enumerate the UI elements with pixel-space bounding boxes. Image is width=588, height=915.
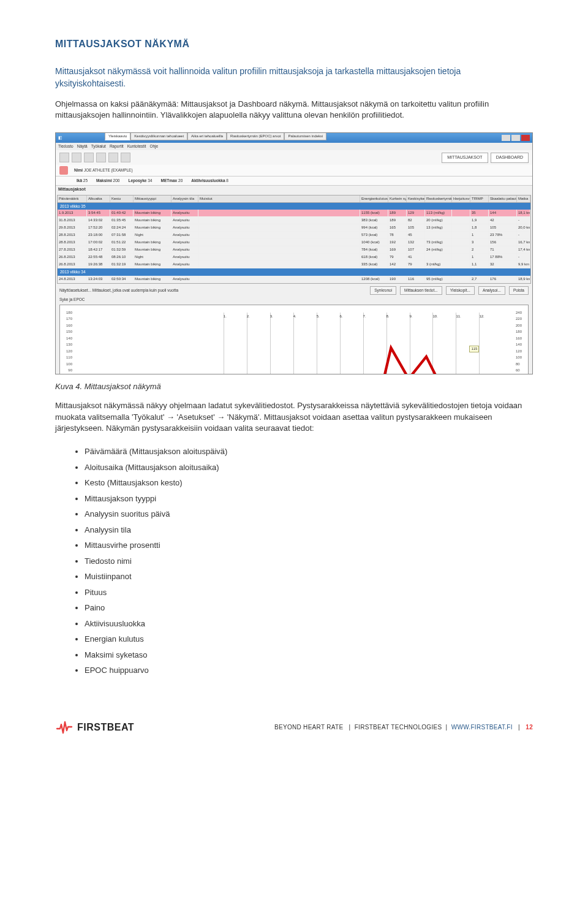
table-row[interactable]: 31.8.201314:33:0201:35:45Mountain biking… xyxy=(58,217,530,224)
list-item: Mittausjakson tyyppi xyxy=(85,493,533,505)
close-button[interactable] xyxy=(521,135,530,141)
toolbar: MITTAUSJAKSOT DASHBOARD xyxy=(56,150,532,165)
menubar[interactable]: Tiedosto Näytä Työkalut Raportit Kuntote… xyxy=(56,143,532,150)
body-paragraph-1: Ohjelmassa on kaksi päänäkymää: Mittausj… xyxy=(55,99,533,122)
profile-stats: Ikä 25 Maksimi 200 Leposyke 34 METmax 20… xyxy=(56,177,532,186)
list-item: Maksimi syketaso xyxy=(85,649,533,661)
group-header[interactable]: 2013 viikko 35 xyxy=(58,203,530,210)
chart-title: Syke ja EPOC xyxy=(59,297,85,303)
toolbar-icon[interactable] xyxy=(72,153,81,162)
toolbar-icon[interactable] xyxy=(59,153,69,162)
app-icon: ◧ xyxy=(58,135,62,141)
list-item: Aktiivisuusluokka xyxy=(85,618,533,630)
hr-epoc-chart: 18017016015014013012011010090807060 2402… xyxy=(59,305,529,375)
list-item: Aloitusaika (Mittausjakson aloitusaika) xyxy=(85,461,533,474)
menu-item[interactable]: Kuntotestit xyxy=(127,143,146,150)
overview-button[interactable]: Yleiskopit... xyxy=(446,286,475,295)
list-item: Päivämäärä (Mittausjakson aloituspäivä) xyxy=(85,446,533,458)
menu-item[interactable]: Raportit xyxy=(110,143,124,150)
chart-tab[interactable]: Rasituskertymän (EPOC) arvot xyxy=(227,132,284,140)
footer-text: BEYOND HEART RATE | FIRSTBEAT TECHNOLOGI… xyxy=(274,723,533,732)
chart-tab[interactable]: Aika eri tehoalueilla xyxy=(187,132,227,140)
table-row[interactable]: 29.8.201317:52:2002:24:24Mountain biking… xyxy=(58,224,530,232)
chart-tab[interactable]: Yleiskaavio xyxy=(105,132,130,140)
sync-button[interactable]: Synkronoi xyxy=(370,286,396,295)
toolbar-icon[interactable] xyxy=(84,153,94,162)
section-heading: MITTAUSJAKSOT NÄKYMÄ xyxy=(55,37,533,51)
measurements-table: Päivämäärä Alkuaika Kesto Mittaustyyppi … xyxy=(57,195,531,284)
chart-tab[interactable]: Kestävyysliikunnan tehoalueet xyxy=(130,132,187,140)
filter-label[interactable]: Näyttöasetukset... Mittaukset, jotka ova… xyxy=(59,287,178,294)
list-item: Pituus xyxy=(85,587,533,599)
tab-dashboard[interactable]: DASHBOARD xyxy=(491,153,529,163)
analyze-button[interactable]: Analysoi... xyxy=(478,286,505,295)
minimize-button[interactable] xyxy=(502,135,510,141)
figure-caption: Kuva 4. Mittausjaksot näkymä xyxy=(55,381,533,393)
menu-item[interactable]: Työkalut xyxy=(91,143,106,150)
table-header[interactable]: Päivämäärä Alkuaika Kesto Mittaustyyppi … xyxy=(58,196,530,203)
chart-plot-area: 1.2.3.4.5.6.7.8.9.10.11.12. 115 xyxy=(74,313,514,375)
maximize-button[interactable] xyxy=(511,135,520,141)
app-screenshot: ◧ Firstbeat SPORTS Tiedosto Näytä Työkal… xyxy=(55,132,533,374)
tab-mittausjaksot[interactable]: MITTAUSJAKSOT xyxy=(442,153,488,163)
menu-item[interactable]: Näytä xyxy=(77,143,88,150)
list-item: Paino xyxy=(85,602,533,614)
logo-mark-icon xyxy=(55,719,74,735)
menu-item[interactable]: Tiedosto xyxy=(58,143,74,150)
table-toolbar: Näyttöasetukset... Mittaukset, jotka ova… xyxy=(56,285,532,296)
list-item: Kesto (Mittausjakson kesto) xyxy=(85,477,533,489)
table-row[interactable]: 26.8.201319:26:3801:32:19Mountain biking… xyxy=(58,261,530,268)
list-item: Analyysin tila xyxy=(85,524,533,536)
group-header[interactable]: 2013 viikko 34 xyxy=(58,268,530,276)
section-label: Mittausjaksot xyxy=(56,186,532,194)
list-item: Mittausvirhe prosentti xyxy=(85,539,533,552)
column-options-list: Päivämäärä (Mittausjakson aloituspäivä)A… xyxy=(55,446,533,677)
list-item: Tiedosto nimi xyxy=(85,555,533,568)
list-item: EPOC huippuarvo xyxy=(85,664,533,677)
logo-text: FIRSTBEAT xyxy=(77,720,134,735)
delete-button[interactable]: Poista xyxy=(509,286,529,295)
details-button[interactable]: Mittauksen tiedot... xyxy=(400,286,442,295)
table-row[interactable]: 26.8.201322:55:4808:26:10NightAnalysoitu… xyxy=(58,254,530,261)
toolbar-icon[interactable] xyxy=(121,153,130,162)
avatar-icon xyxy=(59,166,68,175)
table-row[interactable]: 1.9.20133:54:4501:40:42Mountain bikingAn… xyxy=(58,210,530,217)
table-row[interactable]: 28.8.201323:18:0007:31:58NightAnalysoitu… xyxy=(58,232,530,239)
menu-item[interactable]: Ohje xyxy=(149,143,158,150)
table-row[interactable]: 27.8.201318:42:1701:32:59Mountain biking… xyxy=(58,246,530,254)
profile-info: Nimi JOE ATHLETE (EXAMPLE) xyxy=(56,165,532,177)
body-paragraph-2: Mittausjaksot näkymässä näkyy ohjelmaan … xyxy=(55,400,533,435)
list-item: Analyysin suoritus päivä xyxy=(85,508,533,520)
table-row[interactable]: 24.8.201313:24:0302:50:34Mountain biking… xyxy=(58,276,530,283)
list-item: Energian kulutus xyxy=(85,633,533,645)
page-footer: FIRSTBEAT BEYOND HEART RATE | FIRSTBEAT … xyxy=(55,719,533,735)
marker-tooltip: 115 xyxy=(469,346,479,352)
chart-lines xyxy=(74,313,514,375)
firstbeat-logo: FIRSTBEAT xyxy=(55,719,134,735)
list-item: Muistiinpanot xyxy=(85,571,533,583)
toolbar-icon[interactable] xyxy=(108,153,118,162)
toolbar-icon[interactable] xyxy=(96,153,106,162)
chart-tab[interactable]: Palautumisen indeksi xyxy=(284,132,326,140)
table-row[interactable]: 28.8.201317:00:0201:51:22Mountain biking… xyxy=(58,239,530,246)
intro-paragraph: Mittausjaksot näkymässä voit hallinnoida… xyxy=(55,65,533,90)
